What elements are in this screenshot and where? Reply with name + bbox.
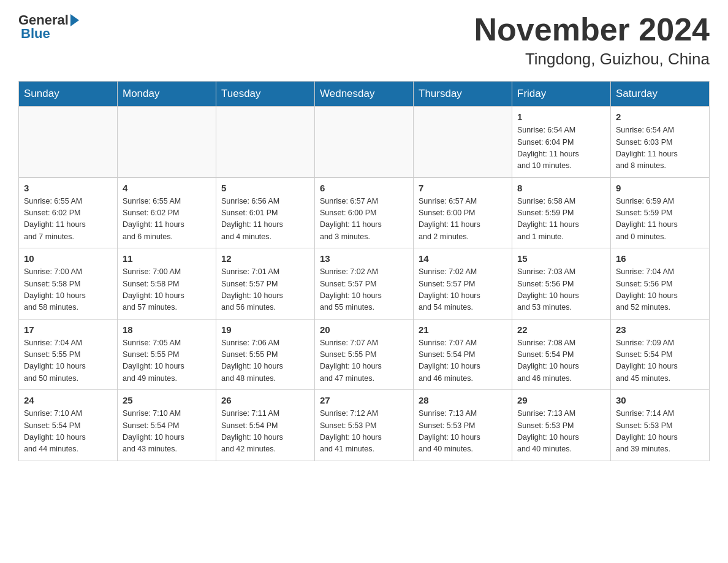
day-info: Sunrise: 7:02 AM Sunset: 5:57 PM Dayligh…: [320, 266, 408, 314]
day-number: 2: [616, 112, 704, 122]
day-info: Sunrise: 7:13 AM Sunset: 5:53 PM Dayligh…: [517, 408, 605, 456]
day-header-friday: Friday: [512, 82, 611, 107]
calendar-cell: 12Sunrise: 7:01 AM Sunset: 5:57 PM Dayli…: [216, 248, 315, 320]
day-number: 13: [320, 253, 408, 264]
calendar-cell: 8Sunrise: 6:58 AM Sunset: 5:59 PM Daylig…: [512, 177, 611, 248]
week-row-4: 17Sunrise: 7:04 AM Sunset: 5:55 PM Dayli…: [19, 319, 710, 390]
calendar-cell: 19Sunrise: 7:06 AM Sunset: 5:55 PM Dayli…: [216, 319, 315, 390]
logo: General Blue: [18, 12, 79, 42]
day-number: 17: [24, 324, 112, 335]
day-number: 26: [221, 395, 309, 405]
day-info: Sunrise: 7:04 AM Sunset: 5:55 PM Dayligh…: [24, 337, 112, 385]
calendar-cell: 28Sunrise: 7:13 AM Sunset: 5:53 PM Dayli…: [414, 390, 512, 461]
calendar-cell: 6Sunrise: 6:57 AM Sunset: 6:00 PM Daylig…: [315, 177, 414, 248]
week-row-2: 3Sunrise: 6:55 AM Sunset: 6:02 PM Daylig…: [19, 177, 710, 248]
calendar-cell: [414, 107, 512, 178]
calendar-table: SundayMondayTuesdayWednesdayThursdayFrid…: [18, 81, 710, 461]
calendar-cell: 24Sunrise: 7:10 AM Sunset: 5:54 PM Dayli…: [19, 390, 118, 461]
day-info: Sunrise: 7:00 AM Sunset: 5:58 PM Dayligh…: [24, 266, 112, 314]
day-header-saturday: Saturday: [611, 82, 710, 107]
day-number: 22: [517, 324, 605, 335]
day-header-tuesday: Tuesday: [216, 82, 315, 107]
calendar-cell: [216, 107, 315, 178]
day-number: 19: [221, 324, 309, 335]
day-number: 16: [616, 253, 704, 264]
day-info: Sunrise: 7:10 AM Sunset: 5:54 PM Dayligh…: [24, 408, 112, 456]
logo-blue-text: Blue: [21, 26, 50, 42]
page-header: General Blue November 2024 Tingdong, Gui…: [18, 12, 710, 69]
day-info: Sunrise: 6:55 AM Sunset: 6:02 PM Dayligh…: [123, 196, 211, 243]
day-number: 20: [320, 324, 408, 335]
calendar-cell: 20Sunrise: 7:07 AM Sunset: 5:55 PM Dayli…: [315, 319, 414, 390]
day-info: Sunrise: 7:05 AM Sunset: 5:55 PM Dayligh…: [123, 337, 211, 385]
day-number: 7: [419, 183, 507, 193]
calendar-cell: 16Sunrise: 7:04 AM Sunset: 5:56 PM Dayli…: [611, 248, 710, 320]
calendar-cell: 17Sunrise: 7:04 AM Sunset: 5:55 PM Dayli…: [19, 319, 118, 390]
day-header-wednesday: Wednesday: [315, 82, 414, 107]
day-info: Sunrise: 7:03 AM Sunset: 5:56 PM Dayligh…: [517, 266, 605, 314]
calendar-cell: 23Sunrise: 7:09 AM Sunset: 5:54 PM Dayli…: [611, 319, 710, 390]
calendar-header-row: SundayMondayTuesdayWednesdayThursdayFrid…: [19, 82, 710, 107]
day-number: 9: [616, 183, 704, 193]
day-header-sunday: Sunday: [19, 82, 118, 107]
calendar-cell: 3Sunrise: 6:55 AM Sunset: 6:02 PM Daylig…: [19, 177, 118, 248]
day-number: 15: [517, 253, 605, 264]
calendar-cell: 30Sunrise: 7:14 AM Sunset: 5:53 PM Dayli…: [611, 390, 710, 461]
day-number: 4: [123, 183, 211, 193]
day-number: 11: [123, 253, 211, 264]
calendar-cell: 5Sunrise: 6:56 AM Sunset: 6:01 PM Daylig…: [216, 177, 315, 248]
calendar-cell: 22Sunrise: 7:08 AM Sunset: 5:54 PM Dayli…: [512, 319, 611, 390]
day-info: Sunrise: 6:54 AM Sunset: 6:04 PM Dayligh…: [517, 124, 605, 172]
day-number: 23: [616, 324, 704, 335]
calendar-cell: 10Sunrise: 7:00 AM Sunset: 5:58 PM Dayli…: [19, 248, 118, 320]
day-number: 12: [221, 253, 309, 264]
title-section: November 2024 Tingdong, Guizhou, China: [474, 12, 710, 69]
day-number: 28: [419, 395, 507, 405]
day-number: 8: [517, 183, 605, 193]
day-info: Sunrise: 7:01 AM Sunset: 5:57 PM Dayligh…: [221, 266, 309, 314]
calendar-cell: 15Sunrise: 7:03 AM Sunset: 5:56 PM Dayli…: [512, 248, 611, 320]
calendar-cell: 11Sunrise: 7:00 AM Sunset: 5:58 PM Dayli…: [118, 248, 216, 320]
calendar-cell: 18Sunrise: 7:05 AM Sunset: 5:55 PM Dayli…: [118, 319, 216, 390]
day-info: Sunrise: 7:12 AM Sunset: 5:53 PM Dayligh…: [320, 408, 408, 456]
week-row-3: 10Sunrise: 7:00 AM Sunset: 5:58 PM Dayli…: [19, 248, 710, 320]
day-number: 18: [123, 324, 211, 335]
week-row-1: 1Sunrise: 6:54 AM Sunset: 6:04 PM Daylig…: [19, 107, 710, 178]
calendar-cell: 26Sunrise: 7:11 AM Sunset: 5:54 PM Dayli…: [216, 390, 315, 461]
day-info: Sunrise: 6:57 AM Sunset: 6:00 PM Dayligh…: [419, 196, 507, 243]
calendar-cell: 27Sunrise: 7:12 AM Sunset: 5:53 PM Dayli…: [315, 390, 414, 461]
calendar-cell: [118, 107, 216, 178]
calendar-cell: [19, 107, 118, 178]
day-info: Sunrise: 7:07 AM Sunset: 5:55 PM Dayligh…: [320, 337, 408, 385]
day-info: Sunrise: 7:14 AM Sunset: 5:53 PM Dayligh…: [616, 408, 704, 456]
day-number: 6: [320, 183, 408, 193]
calendar-cell: 7Sunrise: 6:57 AM Sunset: 6:00 PM Daylig…: [414, 177, 512, 248]
calendar-cell: 13Sunrise: 7:02 AM Sunset: 5:57 PM Dayli…: [315, 248, 414, 320]
logo-triangle-icon: [70, 14, 79, 26]
day-info: Sunrise: 7:06 AM Sunset: 5:55 PM Dayligh…: [221, 337, 309, 385]
calendar-cell: 21Sunrise: 7:07 AM Sunset: 5:54 PM Dayli…: [414, 319, 512, 390]
calendar-cell: 1Sunrise: 6:54 AM Sunset: 6:04 PM Daylig…: [512, 107, 611, 178]
calendar-cell: 14Sunrise: 7:02 AM Sunset: 5:57 PM Dayli…: [414, 248, 512, 320]
day-number: 14: [419, 253, 507, 264]
day-number: 10: [24, 253, 112, 264]
calendar-cell: 9Sunrise: 6:59 AM Sunset: 5:59 PM Daylig…: [611, 177, 710, 248]
day-info: Sunrise: 7:13 AM Sunset: 5:53 PM Dayligh…: [419, 408, 507, 456]
day-number: 30: [616, 395, 704, 405]
day-number: 1: [517, 112, 605, 122]
day-info: Sunrise: 7:00 AM Sunset: 5:58 PM Dayligh…: [123, 266, 211, 314]
day-number: 29: [517, 395, 605, 405]
day-info: Sunrise: 7:10 AM Sunset: 5:54 PM Dayligh…: [123, 408, 211, 456]
month-title: November 2024: [474, 12, 710, 47]
calendar-cell: 29Sunrise: 7:13 AM Sunset: 5:53 PM Dayli…: [512, 390, 611, 461]
day-info: Sunrise: 7:02 AM Sunset: 5:57 PM Dayligh…: [419, 266, 507, 314]
day-info: Sunrise: 6:55 AM Sunset: 6:02 PM Dayligh…: [24, 196, 112, 243]
calendar-cell: 2Sunrise: 6:54 AM Sunset: 6:03 PM Daylig…: [611, 107, 710, 178]
day-info: Sunrise: 7:09 AM Sunset: 5:54 PM Dayligh…: [616, 337, 704, 385]
day-info: Sunrise: 6:58 AM Sunset: 5:59 PM Dayligh…: [517, 196, 605, 243]
day-number: 24: [24, 395, 112, 405]
day-info: Sunrise: 7:04 AM Sunset: 5:56 PM Dayligh…: [616, 266, 704, 314]
day-info: Sunrise: 6:59 AM Sunset: 5:59 PM Dayligh…: [616, 196, 704, 243]
day-info: Sunrise: 7:08 AM Sunset: 5:54 PM Dayligh…: [517, 337, 605, 385]
day-info: Sunrise: 6:56 AM Sunset: 6:01 PM Dayligh…: [221, 196, 309, 243]
